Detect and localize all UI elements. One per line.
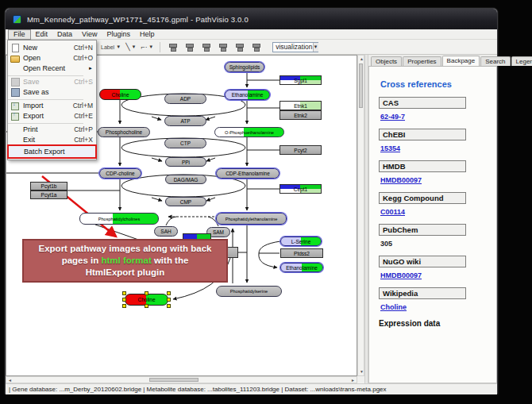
pathway-node[interactable]: ATP xyxy=(164,116,206,126)
crossref-section: HMDB HMDB00097 xyxy=(379,160,496,184)
panel-tab[interactable]: Search xyxy=(480,56,510,66)
distribute-vertical-icon[interactable] xyxy=(234,43,245,52)
selection-handle[interactable] xyxy=(167,298,171,302)
selection-handle[interactable] xyxy=(122,298,126,302)
crossref-source: Wikipedia xyxy=(379,287,466,299)
scroll-right-icon[interactable]: ► xyxy=(351,378,355,383)
scrollbar-thumb[interactable] xyxy=(359,63,363,108)
file-menu-item[interactable]: Exit Ctrl+X ► xyxy=(8,134,96,144)
panel-tab[interactable]: Objects xyxy=(371,56,402,66)
save-floppy-icon xyxy=(10,78,19,86)
crossref-section: NuGO wiki HMDB00097 xyxy=(379,256,496,279)
pathway-node[interactable]: CDP-Ethanolamine xyxy=(216,168,279,179)
stack-horizontal-icon[interactable] xyxy=(218,43,228,52)
scroll-down-icon[interactable]: ▼ xyxy=(360,369,364,375)
file-menu-item[interactable]: Open Ctrl+O ► xyxy=(8,52,96,63)
align-horizontal-center-icon[interactable] xyxy=(184,43,195,52)
file-menu-item[interactable]: New Ctrl+N ► xyxy=(8,42,96,52)
menubar-item[interactable]: Edit xyxy=(31,29,53,40)
selection-handle[interactable] xyxy=(167,291,171,295)
menubar-item[interactable]: Data xyxy=(52,29,77,40)
pathway-node[interactable]: CDP-choline xyxy=(99,168,141,179)
pathway-node[interactable]: Phosphatidylethanolamine xyxy=(216,213,287,225)
visualization-combobox[interactable]: visualization ▼ xyxy=(272,42,318,52)
chevron-down-icon[interactable]: ▼ xyxy=(313,43,318,52)
pathway-node[interactable]: Cept1 xyxy=(279,184,322,194)
pathway-node[interactable]: Ethanolamine xyxy=(225,90,270,100)
pathway-node[interactable]: PPi xyxy=(165,157,206,167)
crossref-value[interactable]: HMDB00097 xyxy=(380,176,496,184)
import-icon xyxy=(10,102,19,110)
crossref-value[interactable]: C00114 xyxy=(380,208,496,216)
crossref-value[interactable]: 305 xyxy=(380,240,496,248)
scroll-up-icon[interactable]: ▲ xyxy=(360,56,364,62)
selection-handle[interactable] xyxy=(122,291,126,295)
crossref-value[interactable]: HMDB00097 xyxy=(380,271,496,279)
side-panel: ObjectsPropertiesBackpageSearchLegend Cr… xyxy=(368,55,497,383)
pathway-node[interactable]: Choline xyxy=(99,89,141,100)
label-tool-button[interactable]: Label ▼ xyxy=(101,44,121,50)
file-menu-item[interactable]: ► xyxy=(8,73,96,76)
pathway-node[interactable]: O-Phosphoethanolamine xyxy=(214,127,284,137)
distribute-horizontal-icon[interactable] xyxy=(251,43,261,52)
crossref-value[interactable]: 15354 xyxy=(380,144,496,152)
pathway-node[interactable]: Phosphatidylcholines xyxy=(79,213,159,225)
vertical-scrollbar[interactable]: ▲ ▼ xyxy=(357,55,364,376)
pathway-node[interactable]: Phosphocholine xyxy=(98,127,150,137)
crossref-heading: Cross references xyxy=(380,79,496,89)
crossref-section: Kegg Compound C00114 xyxy=(379,192,496,216)
submenu-arrow-icon: ► xyxy=(88,66,93,71)
pathway-node[interactable]: Pcyt1b xyxy=(30,182,67,190)
crossref-value[interactable]: 62-49-7 xyxy=(380,113,496,121)
panel-tab[interactable]: Legend xyxy=(511,56,532,66)
scroll-left-icon[interactable]: ◄ xyxy=(8,378,12,383)
pathway-node[interactable]: ADP xyxy=(164,94,206,104)
pathway-node[interactable]: Pcyt1a xyxy=(30,190,67,199)
pathway-node[interactable]: Etnk1 xyxy=(279,101,322,110)
align-vertical-center-icon[interactable] xyxy=(168,43,178,52)
pathway-node[interactable]: Pcyt2 xyxy=(279,145,322,155)
pathway-node[interactable]: Phosphatidylserine xyxy=(216,286,282,297)
annotation-callout: Export pathway images along with back pa… xyxy=(22,239,228,283)
line-tool-icon: ╲ xyxy=(125,43,129,51)
menubar-item[interactable]: Help xyxy=(135,29,160,40)
panel-tab[interactable]: Properties xyxy=(403,56,441,66)
menubar-item[interactable]: View xyxy=(77,29,102,40)
title-bar[interactable]: Mm_Kennedy_pathway_WP1771_45176.gpml - P… xyxy=(6,9,497,29)
pathway-node[interactable]: Ethanolamine xyxy=(280,263,323,272)
status-text: | Gene database: ...m_Derby_20120602.bri… xyxy=(9,386,387,393)
open-folder-icon xyxy=(10,54,19,62)
pathway-node[interactable]: Sphingolipids xyxy=(225,62,264,72)
pathway-node[interactable]: CTP xyxy=(164,138,206,148)
file-menu-item[interactable]: ► xyxy=(8,121,96,124)
menubar-item[interactable]: Plugins xyxy=(102,29,135,40)
pathway-node-selected[interactable]: Choline xyxy=(125,294,168,306)
pathway-node[interactable]: CMP xyxy=(165,197,206,206)
pathway-node[interactable]: Etnk2 xyxy=(279,110,322,120)
crossref-source: NuGO wiki xyxy=(379,256,466,267)
stack-vertical-icon[interactable] xyxy=(201,43,211,52)
file-menu-item[interactable]: Batch Export ► xyxy=(9,146,95,157)
pathway-node[interactable]: L-Serine xyxy=(280,237,322,246)
new-file-icon xyxy=(10,44,19,52)
crossref-value[interactable]: Choline xyxy=(380,303,496,311)
save-as-floppy-icon xyxy=(10,88,19,96)
horizontal-scrollbar[interactable]: ◄ ► xyxy=(6,376,357,383)
connector-tool-button[interactable]: ⌐∙ ▼ xyxy=(141,43,154,51)
menubar-item[interactable]: File xyxy=(8,29,31,40)
chevron-down-icon[interactable]: ▼ xyxy=(132,44,137,49)
selection-handle[interactable] xyxy=(167,304,171,308)
pathway-node[interactable]: Sgpl1 xyxy=(279,75,322,85)
chevron-down-icon[interactable]: ▼ xyxy=(148,44,153,49)
line-tool-button[interactable]: ╲ ▼ xyxy=(125,43,136,51)
chevron-down-icon[interactable]: ▼ xyxy=(116,44,121,49)
pathway-node[interactable]: DAG/MAG xyxy=(165,175,206,184)
selection-handle[interactable] xyxy=(145,304,148,308)
pathway-node[interactable]: Ptdss2 xyxy=(280,248,323,258)
scrollbar-thumb[interactable] xyxy=(149,378,199,382)
selection-handle[interactable] xyxy=(122,304,126,308)
pathway-node[interactable]: SAH xyxy=(154,226,178,237)
selection-handle[interactable] xyxy=(145,291,148,295)
panel-tab[interactable]: Backpage xyxy=(442,56,480,66)
file-menu-item[interactable]: ► xyxy=(8,97,96,100)
